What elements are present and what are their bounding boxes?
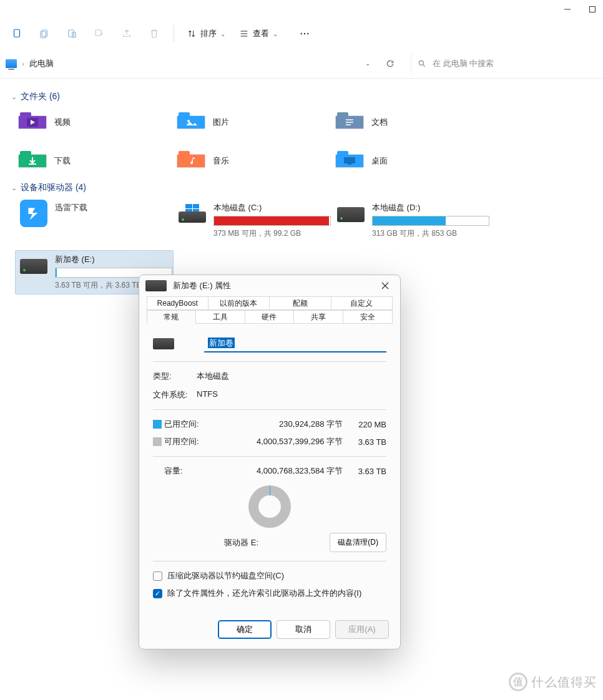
xunlei-icon [20, 202, 47, 225]
apply-button[interactable]: 应用(A) [335, 620, 389, 639]
sort-button[interactable]: 排序 ⌄ [183, 23, 229, 44]
history-dropdown[interactable]: ⌄ [359, 55, 376, 72]
used-human: 220 MB [343, 420, 386, 429]
svg-point-14 [419, 61, 423, 65]
compress-checkbox-row[interactable]: 压缩此驱动器以节约磁盘空间(C) [153, 570, 386, 581]
usage-bar [213, 216, 331, 226]
folder-downloads[interactable]: 下载 [19, 146, 177, 176]
cut-icon[interactable] [6, 23, 27, 44]
paste-icon[interactable] [61, 23, 82, 44]
tab-previous-versions[interactable]: 以前的版本 [208, 296, 270, 310]
refresh-button[interactable] [381, 55, 399, 72]
pictures-icon [177, 115, 205, 129]
chevron-down-icon: ⌄ [273, 31, 278, 37]
svg-rect-5 [69, 30, 74, 37]
delete-icon[interactable] [144, 23, 165, 44]
chevron-right-icon: › [22, 60, 24, 67]
rename-icon[interactable] [89, 23, 110, 44]
svg-rect-1 [590, 7, 596, 12]
watermark: 值 什么值得买 [509, 673, 597, 691]
drive-sub: 373 MB 可用，共 99.2 GB [213, 228, 327, 239]
free-bytes: 4,000,537,399,296 字节 [209, 436, 343, 447]
drive-c[interactable]: 本地磁盘 (C:) 373 MB 可用，共 99.2 GB [174, 198, 332, 243]
tab-readyboost[interactable]: ReadyBoost [147, 296, 208, 310]
folder-label: 音乐 [213, 155, 229, 167]
drive-c-icon [179, 202, 206, 225]
svg-point-11 [301, 33, 302, 34]
free-label: 可用空间: [164, 436, 209, 447]
drive-xunlei[interactable]: 迅雷下载 [15, 198, 174, 243]
type-value: 本地磁盘 [197, 371, 386, 382]
address-bar[interactable]: › 此电脑 ⌄ [0, 53, 404, 74]
used-bytes: 230,924,288 字节 [209, 419, 343, 430]
svg-rect-2 [14, 29, 20, 37]
more-button[interactable] [294, 23, 315, 44]
drive-label: 新加卷 (E:) [55, 254, 169, 265]
close-button[interactable] [376, 278, 394, 294]
free-human: 3.63 TB [343, 437, 386, 447]
folders-header-label: 文件夹 (6) [21, 91, 60, 102]
music-icon [177, 154, 205, 168]
sort-label: 排序 [200, 28, 217, 39]
checkbox-index[interactable]: ✓ [153, 589, 162, 598]
folder-documents[interactable]: 文档 [336, 107, 494, 137]
folder-desktop[interactable]: 桌面 [336, 146, 494, 176]
tab-tools[interactable]: 工具 [195, 310, 245, 324]
folder-label: 下载 [54, 155, 71, 167]
svg-point-18 [187, 120, 190, 122]
drive-label: 迅雷下载 [55, 202, 169, 213]
drive-icon [145, 280, 167, 291]
folder-videos[interactable]: 视频 [19, 107, 177, 137]
separator [174, 25, 174, 42]
copy-icon[interactable] [34, 23, 55, 44]
svg-point-12 [304, 33, 305, 34]
folder-music[interactable]: 音乐 [177, 146, 336, 176]
svg-rect-3 [42, 30, 47, 37]
view-button[interactable]: 查看 ⌄ [235, 23, 282, 44]
volume-name-input[interactable]: 新加卷 [204, 335, 386, 352]
documents-icon [335, 115, 364, 129]
folder-label: 文档 [371, 117, 388, 128]
checkbox-compress[interactable] [153, 571, 162, 581]
tab-quota[interactable]: 配额 [269, 296, 331, 310]
breadcrumb[interactable]: 此电脑 [29, 58, 54, 69]
index-checkbox-row[interactable]: ✓ 除了文件属性外，还允许索引此驱动器上文件的内容(I) [153, 588, 386, 599]
cancel-button[interactable]: 取消 [277, 620, 330, 639]
watermark-text: 什么值得买 [531, 674, 597, 691]
search-input[interactable]: 在 此电脑 中搜索 [411, 53, 597, 74]
tab-general[interactable]: 常规 [147, 310, 196, 324]
ok-button[interactable]: 确定 [218, 620, 272, 639]
folder-pictures[interactable]: 图片 [177, 107, 336, 137]
fs-value: NTFS [197, 389, 386, 401]
type-label: 类型: [153, 371, 197, 382]
content-area: ⌄ 文件夹 (6) 视频 图片 文档 下载 音乐 桌面 ⌄ 设备和驱动器 [0, 79, 603, 307]
used-label: 已用空间: [164, 419, 209, 430]
svg-rect-23 [348, 163, 351, 165]
tab-hardware[interactable]: 硬件 [245, 310, 295, 324]
drive-d[interactable]: 本地磁盘 (D:) 313 GB 可用，共 853 GB [332, 198, 491, 243]
drive-label: 本地磁盘 (C:) [213, 202, 327, 213]
chevron-down-icon: ⌄ [11, 184, 17, 192]
tabs: ReadyBoost 以前的版本 配额 自定义 常规 工具 硬件 共享 安全 [139, 296, 400, 324]
search-placeholder: 在 此电脑 中搜索 [433, 58, 494, 69]
chevron-down-icon: ⌄ [220, 31, 225, 37]
dialog-title: 新加卷 (E:) 属性 [173, 280, 231, 291]
drive-label: 驱动器 E: [153, 537, 330, 548]
svg-rect-4 [41, 31, 46, 38]
share-icon[interactable] [116, 23, 137, 44]
svg-rect-22 [344, 157, 355, 163]
minimize-button[interactable] [561, 2, 574, 16]
tab-sharing[interactable]: 共享 [293, 310, 343, 324]
dialog-titlebar[interactable]: 新加卷 (E:) 属性 [139, 275, 400, 296]
svg-point-13 [307, 33, 308, 34]
disk-cleanup-button[interactable]: 磁盘清理(D) [330, 533, 386, 552]
tab-custom[interactable]: 自定义 [331, 296, 393, 310]
pc-icon [6, 59, 17, 68]
tab-security[interactable]: 安全 [343, 310, 393, 324]
downloads-icon [18, 154, 47, 168]
maximize-button[interactable] [586, 2, 599, 16]
folders-section-header[interactable]: ⌄ 文件夹 (6) [10, 85, 603, 107]
drive-d-icon [337, 202, 365, 225]
chevron-down-icon: ⌄ [11, 93, 17, 101]
drives-section-header[interactable]: ⌄ 设备和驱动器 (4) [10, 176, 603, 198]
